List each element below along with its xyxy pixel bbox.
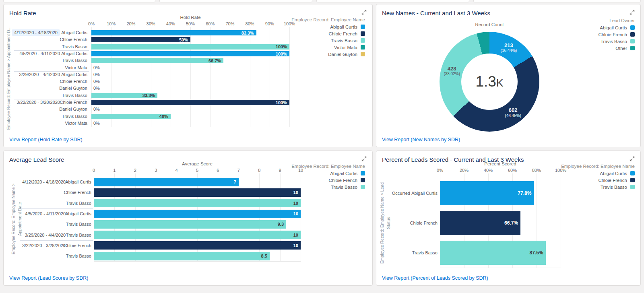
legend-item-daniel-guyton[interactable]: Daniel Guyton — [328, 51, 365, 58]
bar-travis-basso[interactable]: 40% — [91, 114, 171, 119]
slice-value: 213 — [501, 42, 517, 49]
row-name-label: Travis Basso — [43, 230, 91, 240]
view-report-link[interactable]: View Report (Hold Rate by SDR) — [9, 137, 83, 142]
bar-travis-basso[interactable]: 66.7% — [91, 58, 223, 63]
bar-value-label: 8.5 — [261, 254, 270, 258]
legend-item-chloie-french[interactable]: Chloie French — [598, 31, 635, 38]
bar-value-label: 0% — [93, 64, 100, 71]
bar-value-label: 87.5% — [529, 250, 545, 256]
legend-item-label: Other — [615, 46, 627, 51]
view-report-link[interactable]: View Report (New Names by SDR) — [382, 137, 460, 142]
x-tick-label: 70% — [225, 21, 234, 26]
bar-travis-basso[interactable]: 100% — [91, 44, 289, 50]
row-name-label: Abigail Curtis — [39, 29, 87, 36]
legend-item-chloie-french[interactable]: Chloie French — [328, 30, 365, 37]
row-name-label: Victor Mata — [39, 64, 87, 71]
legend-swatch — [630, 46, 635, 50]
bar-travis-basso[interactable]: 10 — [94, 231, 301, 239]
row-name-label: Travis Basso — [43, 198, 91, 208]
x-tick-label: 60% — [508, 168, 517, 173]
x-tick-label: 20% — [126, 21, 135, 26]
row-name-label: Travis Basso — [39, 57, 87, 64]
legend-item-travis-basso[interactable]: Travis Basso — [601, 184, 635, 190]
bar-value-label: 77.8% — [518, 190, 534, 196]
bar-travis-basso[interactable]: 10 — [94, 199, 301, 207]
row-name-label: Victor Mata — [39, 120, 87, 127]
bar-value-label: 10 — [293, 233, 301, 237]
legend-swatch — [361, 25, 365, 29]
bar-value-label: 66.7% — [504, 220, 520, 226]
bar-abigail-curtis[interactable]: 77.8% — [440, 181, 534, 205]
donut-total-label: 1.3K — [475, 73, 503, 90]
x-axis-title: Hold Rate — [91, 15, 289, 20]
legend-item-travis-basso[interactable]: Travis Basso — [601, 38, 635, 45]
legend-swatch — [630, 25, 635, 30]
bar-travis-basso[interactable]: 87.5% — [440, 241, 546, 265]
x-tick-label: 30% — [147, 21, 155, 26]
bar-value-label: 10 — [293, 211, 301, 216]
bar-travis-basso[interactable]: 33.3% — [91, 93, 157, 98]
x-tick-label: 10% — [107, 21, 116, 26]
y-axis-label: Employee Record: Employee Name > Appoint… — [6, 27, 11, 130]
legend-item-label: Abigail Curtis — [330, 171, 357, 176]
bar-chloie-french[interactable]: 66.7% — [440, 211, 520, 235]
row-name-label: Chloie French — [39, 36, 87, 43]
legend-swatch — [361, 45, 365, 50]
row-name-label: Chloie French — [389, 208, 438, 238]
cropped-card-above-2 — [159, 0, 312, 2]
legend-item-label: Chloie French — [598, 178, 627, 183]
bar-abigail-curtis[interactable]: 10 — [94, 210, 301, 218]
x-tick-label: 2 — [134, 168, 136, 173]
x-tick-label: 9 — [279, 168, 281, 173]
x-tick-label: 5 — [196, 168, 198, 173]
legend-swatch — [630, 39, 635, 43]
view-report-link[interactable]: View Report (Lead Scores by SDR) — [9, 275, 88, 281]
legend: Employee Record: Employee NameAbigail Cu… — [291, 17, 365, 58]
bar-abigail-curtis[interactable]: 83.3% — [91, 30, 256, 35]
donut-slice-label-abigail-curtis: 213(16.44%) — [501, 42, 517, 54]
legend-item-label: Chloie French — [328, 31, 357, 36]
bar-value-label: 100% — [276, 100, 289, 105]
legend-swatch — [361, 171, 365, 175]
legend-item-travis-basso[interactable]: Travis Basso — [331, 37, 365, 44]
chart-title-record-count: Record Count — [429, 22, 550, 27]
legend-item-label: Chloie French — [598, 32, 627, 37]
row-name-label: Travis Basso — [39, 113, 87, 120]
legend-item-chloie-french[interactable]: Chloie French — [598, 177, 635, 184]
panel-new-names: New Names - Current and Last 3 Weeks Rec… — [376, 4, 641, 147]
bar-chloie-french[interactable]: 10 — [94, 241, 301, 250]
legend-item-other[interactable]: Other — [615, 45, 635, 52]
bar-value-label: 9.3 — [278, 222, 286, 227]
x-tick-label: 40% — [484, 168, 493, 173]
slice-percent: (33.02%) — [444, 72, 460, 76]
legend-item-label: Abigail Curtis — [330, 25, 357, 29]
legend-item-victor-mata[interactable]: Victor Mata — [334, 44, 365, 51]
legend-item-abigail-curtis[interactable]: Abigail Curtis — [600, 24, 635, 31]
bar-abigail-curtis[interactable]: 100% — [91, 51, 289, 56]
view-report-link[interactable]: View Report (Percent of Leads Scored by … — [382, 275, 488, 281]
legend-item-label: Abigail Curtis — [600, 171, 627, 176]
legend-title: Employee Record: Employee Name — [291, 17, 365, 23]
panel-average-lead-score: Average Lead Score Average Score01234567… — [3, 151, 373, 286]
bar-value-label: 0% — [93, 120, 100, 127]
legend-item-abigail-curtis[interactable]: Abigail Curtis — [330, 170, 365, 177]
bar-abigail-curtis[interactable]: 7 — [94, 178, 239, 186]
row-name-label: Travis Basso — [39, 43, 87, 50]
legend-swatch — [361, 52, 365, 56]
y-axis-label: Appointment Date — [17, 202, 22, 236]
dashboard: Hold Rate Hold Rate0%10%20%30%40%50%60%7… — [0, 0, 644, 293]
bar-chloie-french[interactable]: 100% — [91, 100, 289, 105]
row-name-label: Chloie French — [43, 187, 91, 198]
bar-chloie-french[interactable]: 10 — [94, 188, 301, 197]
x-axis-title: Percent Scored — [440, 161, 561, 166]
bar-value-label: 7 — [234, 180, 239, 184]
plot-baseline — [94, 261, 301, 262]
legend-item-abigail-curtis[interactable]: Abigail Curtis — [330, 23, 365, 30]
legend-item-abigail-curtis[interactable]: Abigail Curtis — [600, 170, 635, 177]
bar-travis-basso[interactable]: 9.3 — [94, 220, 286, 229]
legend-item-label: Daniel Guyton — [328, 52, 357, 57]
legend-swatch — [630, 171, 635, 175]
x-tick-label: 90% — [265, 21, 274, 26]
bar-chloie-french[interactable]: 50% — [91, 37, 190, 42]
bar-travis-basso[interactable]: 8.5 — [94, 252, 270, 260]
